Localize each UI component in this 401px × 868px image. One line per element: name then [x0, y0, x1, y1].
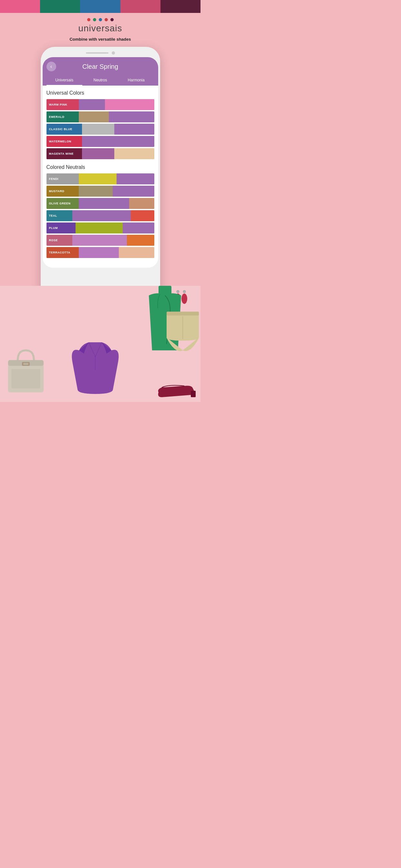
logo-dots	[0, 18, 201, 21]
color-row-terracotta: TERRACOTTA	[47, 247, 154, 258]
logo-area: universais	[0, 13, 201, 35]
plum-label: PLUM	[47, 222, 75, 234]
emerald-swatch-1	[79, 112, 109, 122]
plum-swatch-2	[123, 222, 154, 234]
phone-notch	[86, 52, 109, 54]
phone-mockup: ‹ Clear Spring Universais Neutros Harmon…	[41, 47, 160, 305]
olive-green-label: OLIVE GREEN	[47, 198, 79, 209]
watermelon-swatch-1	[82, 136, 154, 147]
purple-top-svg	[69, 337, 121, 402]
fashion-decor-area	[0, 286, 201, 402]
colored-neutrals-title: Colored Neutrals	[47, 164, 154, 170]
app-logo: universais	[0, 23, 201, 34]
tab-universais[interactable]: Universais	[47, 75, 82, 86]
color-row-emerald: EMERALD	[47, 112, 154, 122]
dot-1	[87, 18, 90, 21]
phone-screen: ‹ Clear Spring Universais Neutros Harmon…	[42, 57, 158, 268]
color-row-magenta-wine: MAGENTA WINE	[47, 148, 154, 159]
shoes-svg	[155, 379, 201, 402]
colored-neutrals-rows: FENDI MUSTARD	[47, 174, 154, 258]
teal-swatch-2	[131, 210, 154, 221]
classic-blue-swatch-2	[114, 124, 154, 135]
color-row-olive-green: OLIVE GREEN	[47, 198, 154, 209]
emerald-label: EMERALD	[47, 112, 79, 122]
svg-rect-5	[166, 312, 199, 315]
color-row-warm-pink: WARM PINK	[47, 99, 154, 110]
rose-label: ROSE	[47, 235, 72, 246]
strip-wine	[160, 0, 201, 13]
terracotta-swatch-1	[79, 247, 119, 258]
tab-neutros[interactable]: Neutros	[82, 75, 118, 86]
app-header: ‹ Clear Spring Universais Neutros Harmon…	[42, 57, 158, 86]
svg-rect-11	[11, 369, 40, 389]
app-content: Universal Colors WARM PINK EMERALD	[42, 86, 158, 268]
olive-swatch-2	[129, 198, 154, 209]
color-row-plum: PLUM	[47, 222, 154, 234]
color-row-teal: TEAL	[47, 210, 154, 221]
fendi-swatch-1	[79, 174, 117, 184]
strip-teal	[40, 0, 80, 13]
universal-colors-rows: WARM PINK EMERALD	[47, 99, 154, 159]
beige-shorts-svg	[165, 312, 201, 353]
phone-container: ‹ Clear Spring Universais Neutros Harmon…	[0, 47, 201, 305]
terracotta-label: TERRACOTTA	[47, 247, 79, 258]
color-row-rose: ROSE	[47, 235, 154, 246]
mustard-swatch-2	[113, 186, 154, 197]
app-header-row: ‹ Clear Spring	[47, 62, 154, 71]
fashion-shoes	[155, 379, 201, 402]
olive-swatch-1	[79, 198, 129, 209]
bag-svg	[3, 347, 49, 399]
back-button[interactable]: ‹	[47, 62, 56, 71]
svg-rect-12	[191, 391, 196, 397]
mustard-label: MUSTARD	[47, 186, 79, 197]
fendi-swatch-2	[117, 174, 154, 184]
warm-pink-label: WARM PINK	[47, 99, 79, 110]
fashion-bag	[3, 347, 49, 399]
color-row-watermelon: WATERMELON	[47, 136, 154, 147]
tagline: Combine with versatile shades	[0, 37, 201, 42]
classic-blue-swatch-1	[82, 124, 115, 135]
beige-shorts	[165, 312, 201, 353]
dot-5	[111, 18, 114, 21]
fendi-label: FENDI	[47, 174, 79, 184]
app-tabs: Universais Neutros Harmonia	[47, 75, 154, 86]
color-row-mustard: MUSTARD	[47, 186, 154, 197]
strip-blue	[80, 0, 120, 13]
warm-pink-swatch-2	[105, 99, 154, 110]
teal-swatch-1	[72, 210, 131, 221]
dot-2	[93, 18, 96, 21]
warm-pink-swatch-1	[79, 99, 105, 110]
tab-harmonia[interactable]: Harmonia	[118, 75, 154, 86]
purple-top	[69, 337, 121, 402]
emerald-swatch-2	[109, 112, 154, 122]
plum-swatch-1	[75, 222, 123, 234]
terracotta-swatch-2	[119, 247, 154, 258]
dot-3	[99, 18, 102, 21]
top-color-strips	[0, 0, 201, 13]
classic-blue-label: CLASSIC BLUE	[47, 124, 82, 135]
color-row-classic-blue: CLASSIC BLUE	[47, 124, 154, 135]
phone-camera	[112, 51, 115, 55]
magenta-wine-swatch-2	[114, 148, 154, 159]
teal-label: TEAL	[47, 210, 72, 221]
magenta-wine-swatch-1	[82, 148, 115, 159]
magenta-wine-label: MAGENTA WINE	[47, 148, 82, 159]
watermelon-label: WATERMELON	[47, 136, 82, 147]
dot-4	[104, 18, 108, 21]
phone-top-bar	[42, 51, 158, 55]
mustard-swatch-1	[79, 186, 113, 197]
svg-rect-10	[23, 363, 28, 365]
strip-pink	[0, 0, 40, 13]
strip-red	[120, 0, 160, 13]
rose-swatch-1	[72, 235, 127, 246]
universal-colors-title: Universal Colors	[47, 90, 154, 96]
app-screen-title: Clear Spring	[56, 63, 145, 70]
color-row-fendi: FENDI	[47, 174, 154, 184]
rose-swatch-2	[127, 235, 154, 246]
